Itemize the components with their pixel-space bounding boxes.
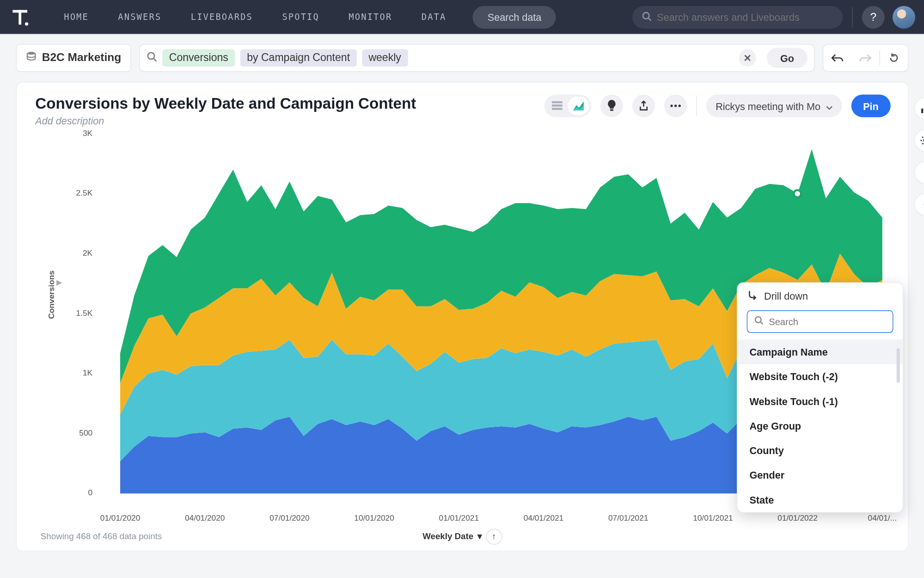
chevron-down-icon <box>826 100 832 111</box>
answer-title[interactable]: Conversions by Weekly Date and Campaign … <box>35 94 416 112</box>
nav-separator <box>852 6 852 28</box>
x-tick-label: 07/01/2020 <box>269 513 309 523</box>
table-view-button[interactable] <box>546 97 568 115</box>
svg-line-4 <box>649 18 651 20</box>
chart-config-button[interactable] <box>915 97 924 120</box>
y-tick-label: 3K <box>68 128 92 137</box>
x-tick-label: 01/01/2022 <box>777 513 817 523</box>
chart-view-button[interactable] <box>568 97 589 115</box>
drill-down-header: Drill down <box>738 283 903 306</box>
user-avatar[interactable] <box>893 6 915 28</box>
svg-point-21 <box>755 317 761 323</box>
nav-liveboards[interactable]: LIVEBOARDS <box>176 12 268 22</box>
y-tick-label: 1K <box>68 368 92 377</box>
y-tick-label: 1.5K <box>68 308 92 317</box>
svg-point-6 <box>148 53 154 59</box>
undo-redo-bar <box>823 44 909 72</box>
svg-rect-1 <box>18 10 21 25</box>
global-search[interactable] <box>632 6 843 28</box>
x-tick-label: 04/01/2021 <box>524 513 563 523</box>
query-token-attribute[interactable]: by Campaign Content <box>240 49 357 67</box>
drill-item[interactable]: Age Group <box>738 413 903 438</box>
clear-query-button[interactable] <box>739 49 756 67</box>
nav-data[interactable]: DATA <box>407 12 461 22</box>
drill-item[interactable]: Website Touch (-1) <box>738 389 903 413</box>
x-tick-label: 01/01/2020 <box>100 513 140 523</box>
settings-button[interactable] <box>915 129 924 152</box>
chevron-down-icon: ▾ <box>477 531 482 541</box>
answer-description[interactable]: Add description <box>35 115 416 126</box>
x-tick-label: 04/01/... <box>868 513 897 523</box>
y-tick-label: 0 <box>68 488 92 498</box>
x-tick-label: 01/01/2021 <box>439 513 479 523</box>
drill-item[interactable]: Website Touch (-2) <box>738 364 903 389</box>
header-actions: Rickys meeting with Mo Pin <box>545 94 891 117</box>
svg-point-15 <box>674 105 677 107</box>
query-row: B2C Marketing Conversions by Campaign Co… <box>0 34 924 82</box>
redo-button[interactable] <box>851 53 879 62</box>
drill-item[interactable]: County <box>738 438 903 463</box>
search-icon <box>754 316 764 328</box>
global-search-input[interactable] <box>657 11 833 22</box>
x-tick-label: 10/01/2021 <box>693 513 733 523</box>
svg-rect-10 <box>552 101 563 103</box>
undo-button[interactable] <box>823 53 851 62</box>
svg-rect-17 <box>921 109 923 113</box>
right-rail: i <box>915 97 924 215</box>
share-button[interactable] <box>632 94 655 117</box>
search-icon <box>642 11 652 23</box>
svg-line-7 <box>154 59 157 61</box>
data-points-label: Showing 468 of 468 data points <box>41 531 162 541</box>
x-axis-control[interactable]: Weekly Date ▾ ↑ <box>422 529 502 545</box>
svg-line-22 <box>760 322 763 324</box>
svg-point-14 <box>671 105 673 107</box>
nav-spotiq[interactable]: SPOTIQ <box>268 12 334 22</box>
nav-home[interactable]: HOME <box>49 12 104 22</box>
pin-destination-label: Rickys meeting with Mo <box>716 100 820 111</box>
drill-item[interactable]: Gender <box>738 463 903 487</box>
drill-item[interactable]: Campaign Name <box>738 339 903 364</box>
svg-point-16 <box>679 105 681 107</box>
y-tick-label: 2.5K <box>68 188 92 197</box>
datasource-name: B2C Marketing <box>42 51 121 65</box>
drill-item[interactable]: State <box>738 487 903 512</box>
database-icon <box>26 51 37 65</box>
info-button[interactable]: i <box>915 161 924 184</box>
go-button[interactable]: Go <box>767 48 808 68</box>
pin-button[interactable]: Pin <box>851 94 890 117</box>
drill-down-icon <box>748 289 758 302</box>
drill-down-menu: Drill down Campaign NameWebsite Touch (-… <box>737 283 903 513</box>
svg-rect-13 <box>610 109 613 111</box>
search-icon <box>147 51 157 65</box>
panel-header: Conversions by Weekly Date and Campaign … <box>17 83 908 127</box>
nav-monitor[interactable]: MONITOR <box>334 12 407 22</box>
nav-answers[interactable]: ANSWERS <box>104 12 176 22</box>
answer-panel: Conversions by Weekly Date and Campaign … <box>16 82 909 551</box>
pin-destination-dropdown[interactable]: Rickys meeting with Mo <box>706 94 842 117</box>
drill-search-input[interactable] <box>769 316 886 327</box>
y-tick-label: 2K <box>68 248 92 258</box>
highlighted-point[interactable] <box>793 189 802 198</box>
query-token-measure[interactable]: Conversions <box>162 49 235 67</box>
sort-button[interactable]: ↑ <box>486 529 502 545</box>
top-nav: HOME ANSWERS LIVEBOARDS SPOTIQ MONITOR D… <box>0 0 924 34</box>
scrollbar-thumb[interactable] <box>897 348 900 383</box>
alert-button[interactable] <box>915 193 924 216</box>
panel-footer: Showing 468 of 468 data points Weekly Da… <box>41 531 884 541</box>
app-logo[interactable] <box>9 6 31 28</box>
insights-button[interactable] <box>600 94 623 117</box>
expand-legend-handle[interactable]: ▶ <box>56 278 62 287</box>
reset-button[interactable] <box>880 53 908 63</box>
more-actions-button[interactable] <box>664 94 687 117</box>
query-box[interactable]: Conversions by Campaign Content weekly G… <box>139 44 815 72</box>
drill-search[interactable] <box>747 310 893 333</box>
datasource-selector[interactable]: B2C Marketing <box>16 44 131 72</box>
search-data-button[interactable]: Search data <box>473 6 556 28</box>
x-tick-label: 04/01/2020 <box>185 513 225 523</box>
svg-rect-11 <box>552 105 563 106</box>
svg-point-2 <box>25 22 28 25</box>
help-button[interactable]: ? <box>862 6 885 28</box>
y-axis-label: Conversions <box>47 270 56 319</box>
query-token-time[interactable]: weekly <box>362 49 408 67</box>
svg-point-3 <box>643 12 649 18</box>
